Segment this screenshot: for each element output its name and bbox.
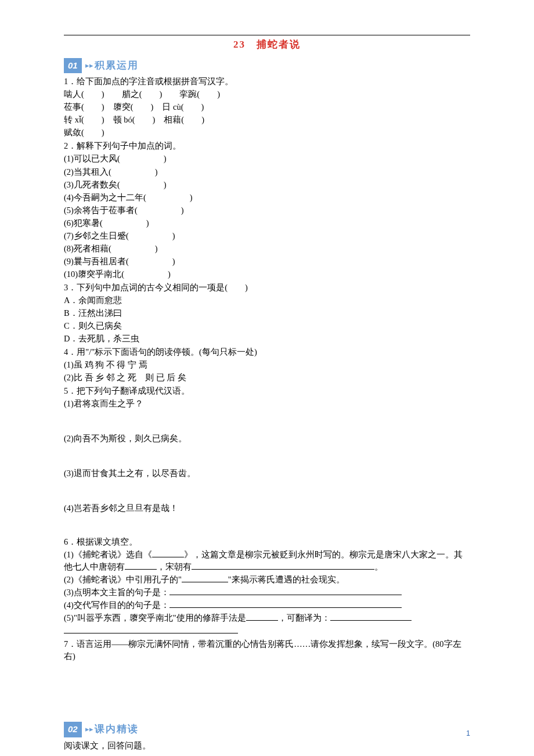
page-number: 1 [466, 729, 470, 739]
blank [152, 549, 184, 557]
blank [125, 561, 157, 570]
question-2: 2．解释下列句子中加点的词。 (1)可以已大风( ) (2)当其租入( ) (3… [64, 140, 470, 280]
q6-i1c: ，宋朝有 [157, 562, 192, 571]
blank [192, 561, 374, 570]
q6-i5b: ，可翻译为： [278, 613, 330, 622]
q2-i2: (2)当其租入( ) [64, 166, 470, 178]
q6-i4: (4)交代写作目的的句子是： [64, 599, 470, 611]
q1-row2: 莅事( ) 隳突( ) 日 cù( ) [64, 101, 470, 113]
section-01-num: 01 [64, 58, 82, 74]
q4-stem: 4．用"/"标示下面语句的朗读停顿。(每句只标一处) [64, 346, 470, 358]
section-02-arrow-icon: ▸▸ [85, 724, 93, 735]
section-01-arrow-icon: ▸▸ [85, 60, 93, 71]
q5-i4: (4)岂若吾乡邻之旦旦有是哉！ [64, 502, 470, 514]
blank [169, 586, 402, 595]
q1-stem: 1．给下面加点的字注音或根据拼音写汉字。 [64, 75, 470, 88]
q2-stem: 2．解释下列句子中加点的词。 [64, 140, 470, 152]
q6-i5a: (5)"叫嚣乎东西，隳突乎南北"使用的修辞手法是 [64, 613, 246, 622]
q2-i8: (8)死者相藉( ) [64, 243, 470, 255]
q6-i4-text: (4)交代写作目的的句子是： [64, 600, 169, 610]
q6-i1a: (1)《捕蛇者说》选自《 [64, 550, 152, 559]
q3-a: A．余闻而愈悲 [64, 294, 470, 307]
q6-i3: (3)点明本文主旨的句子是： [64, 586, 470, 599]
section-02-label: 课内精读 [95, 722, 139, 737]
q3-stem: 3．下列句中加点词的古今义相同的一项是( ) [64, 282, 470, 294]
q2-i5: (5)余将告于莅事者( ) [64, 204, 470, 217]
q7-text: 7．语言运用——柳宗元满怀同情，带着沉重的心情告别蒋氏……请你发挥想象，续写一段… [64, 638, 470, 663]
section-02-num: 02 [64, 722, 82, 737]
q6-i2a: (2)《捕蛇者说》中引用孔子的" [64, 575, 182, 584]
blank [246, 612, 278, 621]
blank [330, 612, 412, 621]
q2-i1: (1)可以已大风( ) [64, 153, 470, 165]
q1-row1: 啮人( ) 腊之( ) 挛踠( ) [64, 88, 470, 100]
top-rule [64, 35, 470, 35]
question-4: 4．用"/"标示下面语句的朗读停顿。(每句只标一处) (1)虽 鸡 狗 不 得 … [64, 346, 470, 384]
question-7: 7．语言运用——柳宗元满怀同情，带着沉重的心情告别蒋氏……请你发挥想象，续写一段… [64, 638, 470, 663]
q3-d: D．去死肌，杀三虫 [64, 333, 470, 345]
section-01-header: 01 ▸▸ 积累运用 [64, 58, 470, 74]
question-1: 1．给下面加点的字注音或根据拼音写汉字。 啮人( ) 腊之( ) 挛踠( ) 莅… [64, 75, 470, 139]
q4-i1: (1)虽 鸡 狗 不 得 宁 焉 [64, 359, 470, 371]
blank [64, 625, 238, 633]
q6-i2b: "来揭示蒋氏遭遇的社会现实。 [228, 575, 345, 584]
q1-row4: 赋敛( ) [64, 127, 470, 139]
section-02-header: 02 ▸▸ 课内精读 [64, 722, 470, 737]
question-5: 5．把下列句子翻译成现代汉语。 (1)君将哀而生之乎？ (2)向吾不为斯役，则久… [64, 385, 470, 535]
q2-i4: (4)今吾嗣为之十二年( ) [64, 192, 470, 204]
blank [182, 574, 228, 582]
q5-i2: (2)向吾不为斯役，则久已病矣。 [64, 433, 470, 445]
q6-i2: (2)《捕蛇者说》中引用孔子的""来揭示蒋氏遭遇的社会现实。 [64, 574, 470, 586]
document-title: 23 捕蛇者说 [64, 38, 470, 52]
q6-stem: 6．根据课文填空。 [64, 536, 470, 548]
q5-i1: (1)君将哀而生之乎？ [64, 398, 470, 410]
q6-i1d: 。 [374, 562, 383, 571]
q3-b: B．汪然出涕曰 [64, 307, 470, 319]
q6-i5-cont [64, 625, 470, 637]
q2-i6: (6)犯寒暑( ) [64, 217, 470, 229]
question-6: 6．根据课文填空。 (1)《捕蛇者说》选自《》，这篇文章是柳宗元被贬到永州时写的… [64, 536, 470, 637]
blank [169, 599, 402, 608]
q6-i5: (5)"叫嚣乎东西，隳突乎南北"使用的修辞手法是，可翻译为： [64, 612, 470, 624]
q2-i10: (10)隳突乎南北( ) [64, 268, 470, 280]
q2-i7: (7)乡邻之生日蹙( ) [64, 230, 470, 242]
q6-i3-text: (3)点明本文主旨的句子是： [64, 588, 169, 597]
q2-i9: (9)曩与吾祖居者( ) [64, 255, 470, 268]
q2-i3: (3)几死者数矣( ) [64, 179, 470, 191]
q4-i2: (2)比 吾 乡 邻 之 死 则 已 后 矣 [64, 372, 470, 384]
q3-c: C．则久已病矣 [64, 320, 470, 332]
section-01-label: 积累运用 [95, 59, 139, 73]
q1-row3: 转 xǐ( ) 顿 bó( ) 相藉( ) [64, 114, 470, 126]
section-02-text: 阅读课文，回答问题。 [64, 740, 470, 752]
q5-i3: (3)退而甘食其土之有，以尽吾齿。 [64, 467, 470, 480]
q5-stem: 5．把下列句子翻译成现代汉语。 [64, 385, 470, 397]
q6-i1: (1)《捕蛇者说》选自《》，这篇文章是柳宗元被贬到永州时写的。柳宗元是唐宋八大家… [64, 549, 470, 573]
question-3: 3．下列句中加点词的古今义相同的一项是( ) A．余闻而愈悲 B．汪然出涕曰 C… [64, 282, 470, 345]
